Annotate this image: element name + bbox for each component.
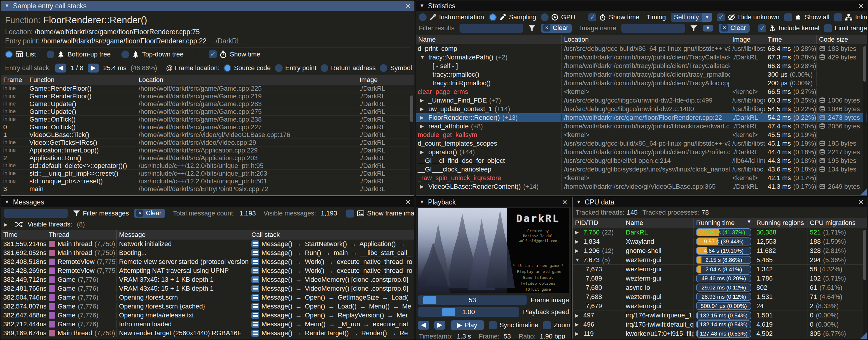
table-row[interactable]: 382,428,269nsRemoteView(7,775)Attempting… xyxy=(1,266,414,275)
messages-titlebar[interactable]: ▼ Messages × xyxy=(1,197,414,207)
radio-entry-point[interactable]: Entry point xyxy=(275,64,316,72)
collapse-icon[interactable]: ▼ xyxy=(420,199,425,205)
table-row[interactable]: 1VideoGLBase::Tick()/home/wolf/darkrl/sr… xyxy=(1,131,414,139)
image-filter-dropdown-button[interactable]: ▼ xyxy=(702,25,714,32)
table-row[interactable]: [ - self - ]/home/wolf/darkrl/contrib/tr… xyxy=(416,61,867,70)
call-stack-icon[interactable] xyxy=(251,240,259,248)
clear-messages-button[interactable]: ×Clear xyxy=(133,209,165,218)
checkbox-limit-range[interactable]: Limit range xyxy=(824,24,867,32)
table-row[interactable]: 7,680async-io29.02 ms (0.12%)80261(7.61%… xyxy=(572,283,867,292)
close-icon[interactable]: × xyxy=(858,2,864,10)
radio-top-down-tree[interactable]: Top-down tree xyxy=(121,51,183,58)
checkbox-include-kernel[interactable]: Include kernel xyxy=(758,24,819,32)
collapse-icon[interactable]: ▼ xyxy=(576,199,581,205)
table-row[interactable]: 7,673wezterm-gui2.04 s (8.41%)1,34258(4.… xyxy=(572,264,867,274)
table-row[interactable]: 0Game::OnTick()/home/wolf/darkrl/src/gam… xyxy=(1,123,414,131)
table-row[interactable]: 382,504,746nsGame(7,776)Opening /forest.… xyxy=(1,293,414,302)
cpu-scrollbar[interactable] xyxy=(863,229,867,339)
table-row[interactable]: ▼tracy::NormalizePath()(+2)/home/wolf/da… xyxy=(416,53,867,61)
call-stack-icon[interactable] xyxy=(251,321,259,328)
table-row[interactable]: _raw_spin_unlock_irqrestore<kernel><kern… xyxy=(416,174,867,182)
table-row[interactable]: module_get_kallsym<kernel><kernel>45.5 m… xyxy=(416,131,867,139)
table-row[interactable]: ▶FloorRenderer::Render()(+13)/home/wolf/… xyxy=(416,113,867,122)
resize-grip[interactable] xyxy=(860,332,867,339)
cpu-data-titlebar[interactable]: ▼ CPU data × xyxy=(572,197,867,207)
sort-desc-icon[interactable]: ▼ xyxy=(747,219,751,227)
checkbox-show-frame-images[interactable]: Show frame images xyxy=(346,209,414,218)
radio-instrumentation[interactable]: Instrumentation xyxy=(419,13,484,21)
table-row[interactable]: ▶VideoGLBase::RenderContent()(+14)/home/… xyxy=(416,182,867,191)
table-row[interactable]: inlineGame::Update()/home/wolf/darkrl/sr… xyxy=(1,108,414,116)
table-row[interactable]: ▶1,834Xwayland9.57 s (39.44%)12,553188(1… xyxy=(572,237,867,246)
checkbox-sync-timeline[interactable]: Sync timeline xyxy=(489,321,538,329)
table-row[interactable]: __GI__dl_find_dso_for_object/usr/src/deb… xyxy=(416,156,867,165)
radio-sampling[interactable]: Sampling xyxy=(489,13,536,21)
table-row[interactable]: 7,689wezterm-gui49.46 ms (0.20%)1,786102… xyxy=(572,274,867,283)
table-row[interactable]: ▶operator()(+44)/home/wolf/darkrl/contri… xyxy=(416,148,867,156)
table-row[interactable]: inlineGame::RenderFloor()/home/wolf/dark… xyxy=(1,92,414,100)
table-row[interactable]: ▶_Unwind_Find_FDE(+7)/usr/src/debug/gcc/… xyxy=(416,96,867,105)
collapse-icon[interactable]: ▼ xyxy=(4,3,9,9)
table-row[interactable]: 381,692,052nsMain thread(7,750)Booting..… xyxy=(1,249,414,257)
table-row[interactable]: ▶497irq/176-iwlwifi:queue_1132.15 ms (0.… xyxy=(572,311,867,320)
visible-threads-row[interactable]: ▶ Visible threads: (8) xyxy=(1,218,414,228)
prev-call-stack-button[interactable]: ◀ xyxy=(55,63,66,73)
table-row[interactable]: ▶496irq/175-iwlwifi:default_qu132.14 ms … xyxy=(572,320,867,329)
table-row[interactable]: 382,647,488nsGame(7,776)Opening /meta/re… xyxy=(1,311,414,320)
frame-image-slider[interactable]: 53 xyxy=(418,295,527,305)
expand-icon[interactable]: ▶ xyxy=(4,222,10,227)
messages-table-header[interactable]: TimeThreadMessageCall stack xyxy=(1,230,414,239)
close-icon[interactable]: × xyxy=(562,198,567,206)
call-stack-icon[interactable] xyxy=(251,330,259,337)
radio-source-code[interactable]: Source code xyxy=(223,64,271,72)
checkbox-zoom-2x[interactable]: Zoom 2× xyxy=(543,321,571,329)
table-row[interactable]: 2Application::Run()/home/wolf/darkrl/src… xyxy=(1,154,414,162)
table-row[interactable]: 7,679wezterm-gui500.94 µs (0.00%)242(8.3… xyxy=(572,301,867,311)
radio-bottom-up-tree[interactable]: Bottom-up tree xyxy=(46,51,111,58)
call-stack-icon[interactable] xyxy=(251,249,259,256)
checkbox-show-all[interactable]: Show all xyxy=(784,13,829,21)
table-row[interactable]: 382,574,807nsGame(7,776)Opening /forest.… xyxy=(1,302,414,311)
table-row[interactable]: tracy::InitRpmalloc()/home/wolf/darkrl/c… xyxy=(416,79,867,87)
checkbox-hide-unknown[interactable]: Hide unknown xyxy=(717,13,779,21)
call-stack-icon[interactable] xyxy=(251,294,259,301)
table-row[interactable]: 389,169,674nsMain thread(7,750)New rende… xyxy=(1,329,414,338)
table-row[interactable]: __GI___clock_nanosleep/usr/src/debug/gli… xyxy=(416,165,867,174)
checkbox-inlines[interactable]: Inlines xyxy=(834,13,867,21)
table-row[interactable]: ▼7,673(5)wezterm-gui2.15 s (8.86%)5,4852… xyxy=(572,255,867,264)
play-button[interactable]: ▶ Play xyxy=(450,320,484,330)
table-row[interactable]: inlineGame::RenderFloor()/home/wolf/dark… xyxy=(1,85,414,92)
sample-table-header[interactable]: FrameFunctionLocationImage xyxy=(1,75,414,85)
sample-scrollbar[interactable] xyxy=(410,95,413,195)
table-row[interactable]: inlinestd::__uniq_ptr_impl<>::reset()/us… xyxy=(1,170,414,177)
call-stack-icon[interactable] xyxy=(251,267,259,274)
close-icon[interactable]: × xyxy=(405,2,410,10)
checkbox-show-time[interactable]: Show time xyxy=(209,50,260,58)
funnel-icon[interactable] xyxy=(690,24,698,32)
playback-speed-slider[interactable]: 1.00 xyxy=(418,307,520,317)
table-row[interactable]: ▶7,750(22)DarkRL10.04 s (41.37%)30,38852… xyxy=(572,228,867,237)
table-row[interactable]: inlineVideo::GetTicksHiRes()/home/wolf/d… xyxy=(1,139,414,146)
table-row[interactable]: clear_page_erms<kernel><kernel>66.5 ms(0… xyxy=(416,87,867,96)
image-name-input[interactable] xyxy=(621,24,685,33)
clear-filter-button[interactable]: ×Clear xyxy=(540,24,572,33)
timing-dropdown[interactable]: Self only ▼ xyxy=(671,12,712,22)
statistics-titlebar[interactable]: ▼ Statistics × xyxy=(416,1,867,11)
collapse-icon[interactable]: ▼ xyxy=(420,3,425,9)
radio-symbol-address[interactable]: Symbol address xyxy=(380,64,414,72)
table-row[interactable]: inlineGame::OnTick()/home/wolf/darkrl/sr… xyxy=(1,116,414,123)
call-stack-icon[interactable] xyxy=(251,303,259,310)
filter-results-input[interactable] xyxy=(459,24,523,33)
radio-list[interactable]: List xyxy=(5,51,36,58)
table-row[interactable]: inlineGame::Update()/home/wolf/darkrl/sr… xyxy=(1,100,414,108)
next-frame-button[interactable]: ▶ xyxy=(434,320,445,330)
table-row[interactable]: ▶119kworker/u17:0+i915_flip127.48 ms (0.… xyxy=(572,329,867,338)
message-filter-input[interactable] xyxy=(4,209,68,218)
close-icon[interactable]: × xyxy=(405,198,410,206)
playback-titlebar[interactable]: ▼ Playback × xyxy=(416,197,571,207)
table-row[interactable]: ▶uw_update_context_1(+14)/usr/src/debug/… xyxy=(416,105,867,113)
call-stack-icon[interactable] xyxy=(251,312,259,319)
table-row[interactable]: 3main/home/wolf/darkrl/src/EntryPointPos… xyxy=(1,185,414,193)
next-call-stack-button[interactable]: ▶ xyxy=(88,63,99,73)
table-row[interactable]: 7,688wezterm-gui28.93 ms (0.12%)1,53171(… xyxy=(572,292,867,301)
